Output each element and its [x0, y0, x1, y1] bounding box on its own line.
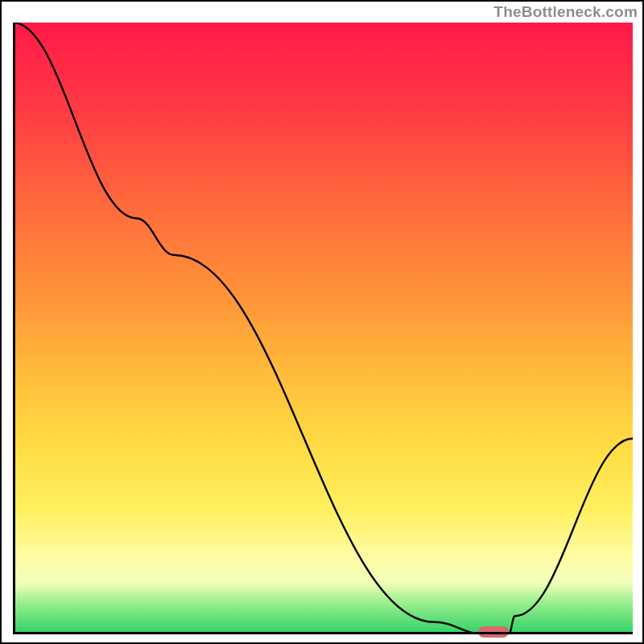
- bottleneck-chart: TheBottleneck.com: [0, 0, 644, 644]
- gradient-background: [15, 23, 633, 632]
- watermark: TheBottleneck.com: [493, 3, 638, 21]
- optimal-marker: [478, 626, 510, 638]
